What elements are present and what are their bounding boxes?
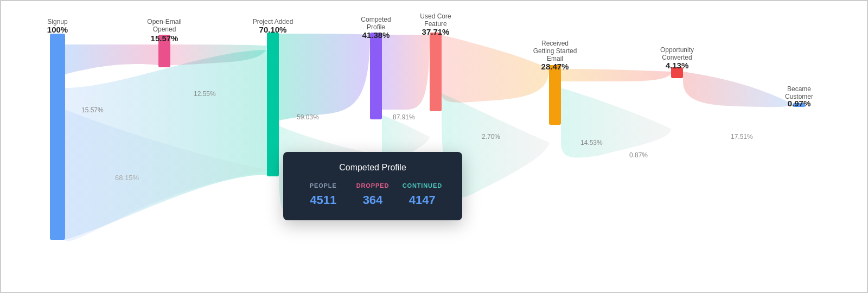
flow-pct-8: 14.53% — [580, 139, 603, 146]
label-openemail-2: Opened — [153, 26, 176, 33]
node-project[interactable] — [267, 33, 279, 176]
pct-opportunity: 4.13% — [666, 61, 689, 70]
pct-customer: 0.97% — [788, 99, 811, 108]
label-opportunity-1: Opportunity — [660, 46, 694, 54]
col-people: PEOPLE 4511 — [298, 182, 348, 207]
sankey-svg: Signup 100% Open-Email Opened 15.57% Pro… — [1, 1, 868, 293]
node-signup[interactable] — [50, 34, 65, 240]
label-project: Project Added — [253, 18, 293, 26]
pct-usedcore: 37.71% — [422, 27, 450, 36]
node-usedcore[interactable] — [430, 33, 442, 111]
label-customer-1: Became — [787, 85, 811, 93]
label-signup: Signup — [47, 18, 68, 26]
pct-project: 70.10% — [259, 25, 287, 34]
flow-pct-3: 68.15% — [115, 174, 139, 182]
pct-signup: 100% — [47, 25, 68, 34]
dropped-value: 364 — [348, 193, 397, 207]
people-value: 4511 — [298, 193, 348, 207]
flow-project-competed — [279, 34, 370, 120]
label-opportunity-2: Converted — [662, 54, 692, 61]
flow-received-drop — [561, 88, 671, 158]
tooltip-grid: PEOPLE 4511 DROPPED 364 CONTINUED 4147 — [298, 182, 447, 207]
label-received-2: Getting Started — [533, 47, 577, 55]
node-competed[interactable] — [370, 33, 382, 119]
flow-usedcore-received — [442, 35, 549, 103]
flow-pct-4: 59.03% — [297, 113, 319, 121]
label-received-3: Email — [547, 55, 563, 62]
col-dropped: DROPPED 364 — [348, 182, 397, 207]
label-usedcore-1: Used Core — [420, 12, 451, 20]
label-competed-1: Competed — [361, 16, 391, 23]
tooltip-title: Competed Profile — [298, 163, 447, 173]
chart-container: Signup 100% Open-Email Opened 15.57% Pro… — [1, 1, 868, 293]
label-competed-2: Profile — [367, 23, 385, 31]
flow-opportunity-customer — [683, 72, 793, 107]
pct-openemail: 15.57% — [151, 34, 178, 43]
tooltip-popup: Competed Profile PEOPLE 4511 DROPPED 364… — [283, 152, 462, 220]
flow-signup-openemail — [65, 44, 158, 74]
continued-value: 4147 — [398, 193, 447, 207]
node-received[interactable] — [549, 65, 561, 125]
flow-pct-7: 2.70% — [482, 133, 500, 141]
people-label: PEOPLE — [298, 182, 348, 189]
flow-received-opportunity — [561, 69, 671, 81]
flow-pct-5: 87.91% — [393, 113, 415, 121]
pct-competed: 41.38% — [362, 30, 390, 40]
continued-label: CONTINUED — [398, 182, 447, 189]
label-openemail-1: Open-Email — [147, 18, 181, 26]
flow-pct-1: 15.57% — [81, 106, 104, 114]
dropped-label: DROPPED — [348, 182, 397, 189]
col-continued: CONTINUED 4147 — [398, 182, 447, 207]
label-usedcore-2: Feature — [424, 20, 447, 28]
label-received-1: Received — [541, 40, 569, 47]
flow-competed-usedcore — [382, 35, 430, 110]
flow-pct-2: 12.55% — [194, 90, 216, 98]
flow-pct-9: 0.87% — [629, 151, 648, 159]
flow-pct-10: 17.51% — [731, 133, 753, 141]
pct-received: 28.47% — [541, 62, 569, 71]
